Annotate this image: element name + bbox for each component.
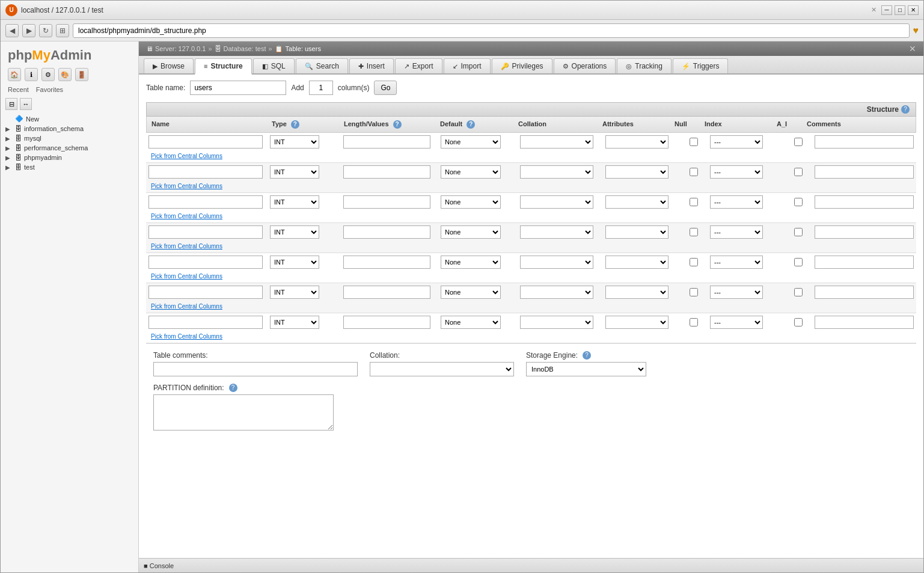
field-index-select-1[interactable]: ---PRIMARYUNIQUEINDEXFULLTEXT [710, 135, 763, 149]
themes-icon[interactable]: 🎨 [58, 68, 72, 81]
storage-engine-select[interactable]: InnoDB MyISAM MEMORY ARCHIVE CSV [526, 362, 646, 376]
tab-sql[interactable]: ◧ SQL [253, 58, 295, 73]
field-name-input-2[interactable] [148, 165, 263, 179]
field-type-select-2[interactable]: INTVARCHARTEXTDATEDATETIMEFLOATDOUBLEDEC… [270, 165, 319, 179]
structure-info-icon[interactable]: ? [901, 105, 910, 114]
field-ai-checkbox-4[interactable] [794, 228, 803, 236]
field-type-select-7[interactable]: INTVARCHARTEXTDATEDATETIMEFLOATDOUBLEDEC… [270, 316, 319, 329]
field-collation-select-7[interactable] [520, 316, 593, 329]
field-length-input-2[interactable] [343, 165, 430, 179]
tab-close-btn[interactable]: ✕ [871, 6, 877, 14]
refresh-btn[interactable]: ↻ [39, 24, 52, 37]
field-index-select-6[interactable]: ---PRIMARYUNIQUEINDEXFULLTEXT [710, 286, 763, 299]
field-name-input-6[interactable] [148, 286, 263, 299]
settings-icon[interactable]: ⚙ [41, 68, 55, 81]
tab-export[interactable]: ↗ Export [395, 58, 442, 73]
field-default-select-1[interactable]: NoneAs defined:NULLCURRENT_TIMESTAMP [441, 135, 501, 149]
field-null-checkbox-3[interactable] [690, 198, 698, 206]
field-name-input-3[interactable] [148, 195, 263, 209]
field-index-select-2[interactable]: ---PRIMARYUNIQUEINDEXFULLTEXT [710, 165, 763, 179]
field-null-checkbox-2[interactable] [690, 168, 698, 176]
bookmark-btn[interactable]: ♥ [913, 25, 919, 36]
forward-btn[interactable]: ▶ [22, 24, 35, 37]
field-type-select-1[interactable]: INTVARCHARTEXTDATEDATETIMEFLOATDOUBLEDEC… [270, 135, 319, 149]
table-name-input[interactable] [190, 81, 286, 95]
field-default-select-7[interactable]: NoneAs defined:NULLCURRENT_TIMESTAMP [441, 316, 501, 329]
field-comments-input-5[interactable] [815, 256, 914, 269]
field-index-select-4[interactable]: ---PRIMARYUNIQUEINDEXFULLTEXT [710, 225, 763, 239]
sidebar-item-test[interactable]: ▶ 🗄 test [3, 162, 136, 172]
field-comments-input-1[interactable] [815, 135, 914, 149]
field-attributes-select-2[interactable] [605, 165, 669, 179]
field-name-input-5[interactable] [148, 256, 263, 269]
default-info-icon[interactable]: ? [467, 120, 475, 129]
field-collation-select-5[interactable] [520, 256, 593, 269]
field-length-input-4[interactable] [343, 225, 430, 239]
sidebar-item-information-schema[interactable]: ▶ 🗄 information_schema [3, 124, 136, 133]
field-attributes-select-7[interactable] [605, 316, 669, 329]
field-null-checkbox-6[interactable] [690, 288, 698, 296]
field-index-select-5[interactable]: ---PRIMARYUNIQUEINDEXFULLTEXT [710, 256, 763, 269]
pick-from-central-columns-3[interactable]: Pick from Central Columns [148, 212, 225, 222]
tab-privileges[interactable]: 🔑 Privileges [492, 58, 552, 73]
tab-browse[interactable]: ▶ Browse [144, 58, 194, 73]
field-comments-input-3[interactable] [815, 195, 914, 209]
sidebar-item-mysql[interactable]: ▶ 🗄 mysql [3, 133, 136, 143]
field-null-checkbox-1[interactable] [690, 138, 698, 146]
sidebar-item-performance-schema[interactable]: ▶ 🗄 performance_schema [3, 143, 136, 153]
tab-structure[interactable]: ≡ Structure [195, 58, 252, 75]
field-length-input-5[interactable] [343, 256, 430, 269]
home-icon[interactable]: 🏠 [8, 68, 21, 81]
field-ai-checkbox-7[interactable] [794, 318, 803, 326]
logout-icon[interactable]: 🚪 [75, 68, 88, 81]
field-comments-input-6[interactable] [815, 286, 914, 299]
type-info-icon[interactable]: ? [291, 120, 299, 129]
table-comments-input[interactable] [153, 362, 358, 376]
pick-from-central-columns-4[interactable]: Pick from Central Columns [148, 242, 225, 252]
partition-info-icon[interactable]: ? [229, 384, 237, 392]
field-length-input-7[interactable] [343, 316, 430, 329]
field-collation-select-4[interactable] [520, 225, 593, 239]
field-type-select-5[interactable]: INTVARCHARTEXTDATEDATETIMEFLOATDOUBLEDEC… [270, 256, 319, 269]
tab-search[interactable]: 🔍 Search [296, 58, 348, 73]
field-type-select-6[interactable]: INTVARCHARTEXTDATEDATETIMEFLOATDOUBLEDEC… [270, 286, 319, 299]
db-breadcrumb[interactable]: Database: test [224, 45, 266, 52]
address-input[interactable] [73, 23, 910, 38]
field-collation-select-6[interactable] [520, 286, 593, 299]
field-ai-checkbox-2[interactable] [794, 168, 803, 176]
field-ai-checkbox-3[interactable] [794, 198, 803, 206]
field-attributes-select-6[interactable] [605, 286, 669, 299]
field-null-checkbox-4[interactable] [690, 228, 698, 236]
console-bar[interactable]: ■ Console [139, 558, 923, 572]
field-comments-input-2[interactable] [815, 165, 914, 179]
field-length-input-1[interactable] [343, 135, 430, 149]
field-name-input-4[interactable] [148, 225, 263, 239]
field-null-checkbox-5[interactable] [690, 258, 698, 266]
field-attributes-select-5[interactable] [605, 256, 669, 269]
field-index-select-3[interactable]: ---PRIMARYUNIQUEINDEXFULLTEXT [710, 195, 763, 209]
field-name-input-1[interactable] [148, 135, 263, 149]
field-length-input-6[interactable] [343, 286, 430, 299]
tab-insert[interactable]: ✚ Insert [349, 58, 394, 73]
tab-operations[interactable]: ⚙ Operations [554, 58, 616, 73]
go-button[interactable]: Go [374, 81, 397, 95]
field-attributes-select-3[interactable] [605, 195, 669, 209]
pick-from-central-columns-6[interactable]: Pick from Central Columns [148, 302, 225, 312]
grid-btn[interactable]: ⊞ [56, 24, 69, 37]
tab-triggers[interactable]: ⚡ Triggers [673, 58, 729, 73]
field-ai-checkbox-6[interactable] [794, 288, 803, 296]
pick-from-central-columns-1[interactable]: Pick from Central Columns [148, 152, 225, 162]
field-type-select-3[interactable]: INTVARCHARTEXTDATEDATETIMEFLOATDOUBLEDEC… [270, 195, 319, 209]
field-type-select-4[interactable]: INTVARCHARTEXTDATEDATETIMEFLOATDOUBLEDEC… [270, 225, 319, 239]
expand-all-btn[interactable]: ↔ [20, 98, 32, 110]
maximize-btn[interactable]: □ [895, 5, 905, 15]
recent-link[interactable]: Recent [8, 86, 29, 93]
field-default-select-5[interactable]: NoneAs defined:NULLCURRENT_TIMESTAMP [441, 256, 501, 269]
field-collation-select-2[interactable] [520, 165, 593, 179]
field-default-select-6[interactable]: NoneAs defined:NULLCURRENT_TIMESTAMP [441, 286, 501, 299]
field-default-select-2[interactable]: NoneAs defined:NULLCURRENT_TIMESTAMP [441, 165, 501, 179]
partition-textarea[interactable] [153, 394, 334, 431]
storage-engine-info-icon[interactable]: ? [583, 351, 591, 360]
back-btn[interactable]: ◀ [5, 24, 19, 37]
field-null-checkbox-7[interactable] [690, 318, 698, 326]
